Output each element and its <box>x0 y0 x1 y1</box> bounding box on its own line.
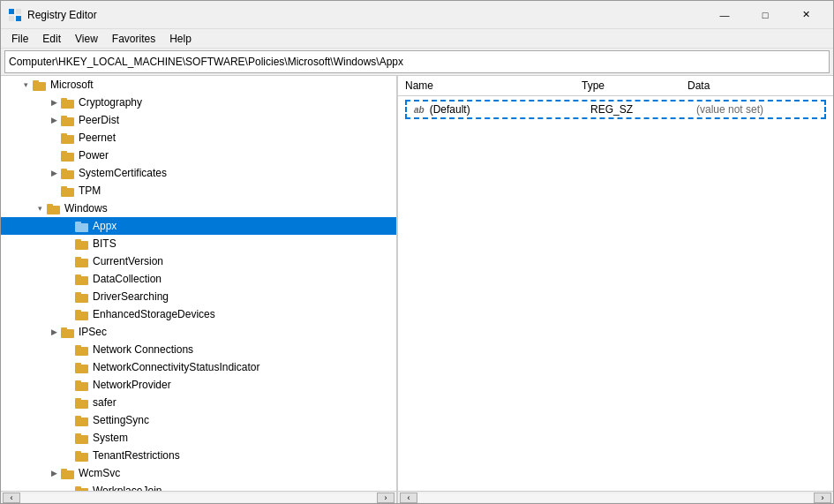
svg-rect-2 <box>9 16 14 21</box>
scroll-left-detail[interactable]: ‹ <box>400 493 417 503</box>
tree-item-enhancedstoragedevices[interactable]: ▶ EnhancedStorageDevices <box>1 305 396 323</box>
menu-view[interactable]: View <box>68 31 105 47</box>
tree-item-peernet[interactable]: ▶ Peernet <box>1 129 396 147</box>
window-controls: — □ ✕ <box>704 1 826 29</box>
folder-icon-systemcertificates <box>61 167 75 179</box>
detail-header: Name Type Data <box>398 76 833 96</box>
tree-pane[interactable]: ▾ Microsoft ▶ Cryptogra <box>1 76 398 491</box>
tree-item-currentversion[interactable]: ▶ CurrentVersion <box>1 252 396 270</box>
svg-rect-47 <box>75 451 81 454</box>
svg-rect-13 <box>61 151 67 154</box>
address-bar[interactable]: Computer\HKEY_LOCAL_MACHINE\SOFTWARE\Pol… <box>4 50 830 73</box>
folder-icon-currentversion <box>75 255 89 267</box>
svg-rect-40 <box>75 400 88 409</box>
folder-icon-appx <box>75 220 89 232</box>
tree-item-wcmsvc[interactable]: ▶ WcmSvc <box>1 464 396 482</box>
tree-item-bits[interactable]: ▶ BITS <box>1 235 396 252</box>
folder-icon-tenantrestrictions <box>75 449 89 462</box>
tree-label: Cryptography <box>79 96 142 109</box>
tree-item-workplacejoin[interactable]: ▶ WorkplaceJoin <box>1 482 396 491</box>
menu-edit[interactable]: Edit <box>35 31 68 47</box>
menu-favorites[interactable]: Favorites <box>105 31 162 47</box>
folder-icon-bits <box>75 237 89 250</box>
svg-rect-10 <box>61 135 74 144</box>
tree-item-safer[interactable]: ▶ safer <box>1 394 396 411</box>
svg-rect-25 <box>75 257 81 260</box>
folder-icon-networkconnectivity <box>75 361 89 373</box>
tree-item-networkprovider[interactable]: ▶ NetworkProvider <box>1 376 396 394</box>
folder-icon-microsoft <box>33 79 47 91</box>
tree-item-tpm[interactable]: ▶ TPM <box>1 182 396 199</box>
expand-systemcertificates[interactable]: ▶ <box>47 166 61 180</box>
expand-wcmsvc[interactable]: ▶ <box>47 466 61 480</box>
menu-help[interactable]: Help <box>162 31 199 47</box>
expand-windows[interactable]: ▾ <box>33 201 47 215</box>
scroll-right[interactable]: › <box>377 493 394 503</box>
svg-rect-17 <box>61 186 67 189</box>
tree-label: WorkplaceJoin <box>93 485 162 491</box>
folder-icon-networkprovider <box>75 379 89 391</box>
svg-rect-9 <box>61 116 67 118</box>
folder-icon-power <box>61 149 75 162</box>
svg-rect-34 <box>75 347 88 356</box>
col-name: Name <box>405 79 582 92</box>
tree-item-windows[interactable]: ▾ Windows <box>1 199 396 217</box>
tree-item-networkconnectivity[interactable]: ▶ NetworkConnectivityStatusIndicator <box>1 358 396 376</box>
tree-item-appx[interactable]: ▶ Appx <box>1 217 396 235</box>
svg-rect-26 <box>75 276 88 285</box>
tree-label: NetworkConnectivityStatusIndicator <box>93 361 259 373</box>
registry-value-default[interactable]: ab (Default) REG_SZ (value not set) <box>405 100 826 119</box>
hscroll-track-detail[interactable] <box>417 493 814 502</box>
folder-icon-ipsec <box>61 326 75 338</box>
tree-item-cryptography[interactable]: ▶ Cryptography <box>1 94 396 111</box>
close-button[interactable]: ✕ <box>785 1 826 29</box>
address-path: Computer\HKEY_LOCAL_MACHINE\SOFTWARE\Pol… <box>9 56 403 68</box>
tree-label: TPM <box>79 184 101 197</box>
tree-item-systemcertificates[interactable]: ▶ SystemCertificates <box>1 164 396 182</box>
tree-item-power[interactable]: ▶ Power <box>1 147 396 164</box>
expand-microsoft[interactable]: ▾ <box>19 78 33 92</box>
tree-item-networkconnections[interactable]: ▶ Network Connections <box>1 341 396 358</box>
svg-rect-30 <box>75 312 88 320</box>
tree-item-datacollection[interactable]: ▶ DataCollection <box>1 270 396 288</box>
app-icon <box>8 8 22 22</box>
col-type: Type <box>582 79 687 92</box>
minimize-button[interactable]: — <box>704 1 745 29</box>
svg-rect-24 <box>75 259 88 267</box>
tree-label: DataCollection <box>93 273 162 285</box>
menu-bar: File Edit View Favorites Help <box>1 29 833 49</box>
scroll-right-detail[interactable]: › <box>814 493 831 503</box>
tree-label: Appx <box>93 220 116 232</box>
value-name: ab (Default) <box>414 103 590 116</box>
tree-label: SystemCertificates <box>79 167 167 179</box>
svg-rect-32 <box>61 329 74 338</box>
tree-item-system[interactable]: ▶ System <box>1 429 396 447</box>
svg-rect-28 <box>75 294 88 303</box>
tree-label: Windows <box>64 202 108 214</box>
svg-rect-8 <box>61 117 74 126</box>
restore-button[interactable]: □ <box>745 1 785 29</box>
svg-rect-51 <box>75 486 81 489</box>
tree-item-tenantrestrictions[interactable]: ▶ TenantRestrictions <box>1 447 396 464</box>
svg-rect-37 <box>75 363 81 365</box>
scroll-left[interactable]: ‹ <box>3 493 20 503</box>
hscroll-track[interactable] <box>20 493 377 502</box>
menu-file[interactable]: File <box>4 31 35 47</box>
tree-item-peerdist[interactable]: ▶ PeerDist <box>1 111 396 129</box>
tree-item-microsoft[interactable]: ▾ Microsoft <box>1 76 396 94</box>
svg-rect-41 <box>75 398 81 401</box>
tree-item-ipsec[interactable]: ▶ IPSec <box>1 323 396 341</box>
tree-item-settingsync[interactable]: ▶ SettingSync <box>1 411 396 429</box>
expand-peerdist[interactable]: ▶ <box>47 113 61 127</box>
tree-label: Network Connections <box>93 343 193 356</box>
expand-ipsec[interactable]: ▶ <box>47 325 61 339</box>
tree-label: CurrentVersion <box>93 255 163 267</box>
expand-cryptography[interactable]: ▶ <box>47 95 61 109</box>
tree-item-driversearching[interactable]: ▶ DriverSearching <box>1 288 396 305</box>
tree-label: NetworkProvider <box>93 379 171 391</box>
tree-label: IPSec <box>79 326 107 338</box>
svg-rect-33 <box>61 327 67 330</box>
svg-rect-4 <box>33 82 46 91</box>
folder-icon-tpm <box>61 184 75 197</box>
tree-label: Microsoft <box>50 79 94 91</box>
